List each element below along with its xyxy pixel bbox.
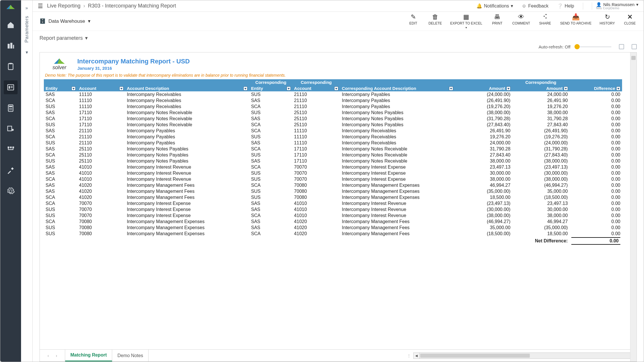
cell-amount: 26,491.90 — [455, 128, 512, 134]
table-row[interactable]: SUS70070Intercompany Interest ExpenseSAS… — [44, 206, 622, 212]
history-button[interactable]: ↻HISTORY — [600, 13, 615, 29]
filter-icon[interactable] — [243, 86, 247, 90]
nav-calc[interactable] — [4, 101, 18, 115]
delete-button[interactable]: 🗑DELETE — [428, 13, 442, 29]
edit-button[interactable]: ✎EDIT — [406, 13, 420, 29]
table-row[interactable]: SCA41020Intercompany Management FeesSUS7… — [44, 194, 622, 200]
nav-reports[interactable] — [4, 80, 18, 94]
table-row[interactable]: SAS25110Intercompany Notes PayablesSCA17… — [44, 146, 622, 152]
chevron-right-icon[interactable]: » — [25, 5, 28, 11]
cell-account: 41010 — [77, 170, 125, 176]
nav-home[interactable] — [4, 18, 18, 32]
cell-corr-account-desc: Intercompany Receivables — [340, 134, 455, 140]
cell-difference: 0.00 — [570, 218, 622, 225]
nav-flow[interactable] — [4, 143, 18, 157]
table-row[interactable]: SCA17110Intercompany Notes ReceivableSAS… — [44, 116, 622, 122]
cell-amount: (38,000.00) — [455, 110, 512, 116]
feedback-button[interactable]: ☺Feedback — [519, 3, 551, 9]
cell-corr-amount: 27,843.40 — [512, 122, 570, 128]
autorefresh-slider[interactable] — [573, 44, 611, 49]
cell-difference: 0.00 — [570, 134, 622, 140]
cell-account: 70080 — [77, 218, 125, 225]
cell-corr-account: 11110 — [292, 134, 340, 140]
col-account[interactable]: Account — [77, 85, 125, 91]
table-row[interactable]: SAS41010Intercompany Interest RevenueSCA… — [44, 164, 622, 170]
table-row[interactable]: SAS21110Intercompany PayablesSCA11110Int… — [44, 128, 622, 134]
table-row[interactable]: SAS41010Intercompany Interest RevenueSUS… — [44, 170, 622, 176]
table-row[interactable]: SUS21110Intercompany PayablesSAS11110Int… — [44, 140, 622, 146]
filter-icon[interactable] — [334, 86, 338, 90]
print-button[interactable]: 🖶PRINT — [490, 13, 504, 29]
col-corr-account-desc[interactable]: Corresponding Account Description — [340, 85, 455, 91]
table-row[interactable]: SCA70080Intercompany Management Expenses… — [44, 218, 622, 225]
col-corr-amount[interactable]: Amount — [512, 85, 570, 91]
table-row[interactable]: SAS11110Intercompany ReceivablesSUS21110… — [44, 91, 622, 97]
col-corr-account[interactable]: Account — [292, 85, 340, 91]
export-excel-button[interactable]: ▦EXPORT TO EXCEL▾ — [450, 13, 482, 29]
tab-matching-report[interactable]: Matching Report — [65, 350, 112, 361]
col-difference[interactable]: Difference — [570, 85, 622, 91]
help-button[interactable]: ❔Help — [555, 3, 577, 9]
nav-tools[interactable] — [4, 163, 18, 177]
cell-account: 11110 — [77, 91, 125, 97]
cell-corr-account: 25110 — [292, 110, 340, 116]
table-row[interactable]: SAS17110Intercompany Notes ReceivableSUS… — [44, 110, 622, 116]
nav-users[interactable] — [4, 122, 18, 136]
col-amount[interactable]: Amount — [455, 85, 512, 91]
cell-amount: (23,497.13) — [455, 200, 512, 206]
table-row[interactable]: SCA21110Intercompany PayablesSUS11110Int… — [44, 134, 622, 140]
col-entity[interactable]: Entity — [44, 85, 77, 91]
nav-settings[interactable] — [4, 184, 18, 198]
tab-demo-notes[interactable]: Demo Notes — [112, 350, 149, 361]
filter-icon[interactable] — [119, 86, 123, 90]
parameters-rail[interactable]: » Parameters ▾ — [21, 0, 33, 362]
table-row[interactable]: SCA41010Intercompany Interest RevenueSUS… — [44, 176, 622, 182]
grid-icon[interactable] — [632, 44, 637, 49]
table-row[interactable]: SUS70080Intercompany Management Expenses… — [44, 231, 622, 237]
cell-amount: (19,276.20) — [455, 103, 512, 110]
filter-icon[interactable] — [287, 86, 291, 90]
filter-icon[interactable] — [564, 86, 568, 90]
horizontal-scrollbar[interactable]: ⋮ ◄ ► — [405, 352, 637, 359]
col-account-desc[interactable]: Account Description — [125, 85, 249, 91]
cell-difference: 0.00 — [570, 97, 622, 103]
table-row[interactable]: SAS41020Intercompany Management FeesSCA7… — [44, 182, 622, 188]
breadcrumb-root[interactable]: Live Reporting — [47, 3, 80, 9]
menu-icon[interactable]: ☰ — [38, 3, 43, 10]
close-button[interactable]: ✕CLOSE — [623, 13, 637, 29]
action-toolbar: 🗄️ Data Warehouse ▾ ✎EDIT 🗑DELETE ▦EXPOR… — [33, 12, 644, 31]
filter-icon[interactable] — [72, 86, 76, 90]
notifications-menu[interactable]: 🔔Notifications▾ — [474, 3, 515, 9]
filter-icon[interactable] — [449, 86, 453, 90]
scroll-left-icon[interactable]: ◄ — [413, 352, 420, 359]
table-row[interactable]: SUS11110Intercompany ReceivablesSCA21110… — [44, 103, 622, 110]
share-button[interactable]: ⠪SHARE — [538, 13, 552, 29]
table-row[interactable]: SAS41020Intercompany Management FeesSUS7… — [44, 188, 622, 194]
table-row[interactable]: SCA70070Intercompany Interest ExpenseSAS… — [44, 200, 622, 206]
cell-account-desc: Intercompany Notes Payables — [125, 146, 249, 152]
table-row[interactable]: SUS17110Intercompany Notes ReceivableSCA… — [44, 122, 622, 128]
table-row[interactable]: SCA25110Intercompany Notes PayablesSUS17… — [44, 152, 622, 158]
filter-icon[interactable] — [616, 86, 620, 90]
table-row[interactable]: SUS70080Intercompany Management Expenses… — [44, 225, 622, 231]
nav-clipboard[interactable] — [4, 60, 18, 73]
table-row[interactable]: SUS25110Intercompany Notes PayablesSAS17… — [44, 158, 622, 164]
datasource-selector[interactable]: 🗄️ Data Warehouse ▾ — [40, 18, 91, 24]
user-menu[interactable]: 👤Nils Rasmussen▾ Nils CorpDemo — [592, 2, 639, 10]
filter-icon[interactable]: ▾ — [26, 50, 28, 55]
nav-data[interactable] — [4, 39, 18, 53]
excel-icon: ▦ — [463, 13, 469, 21]
vertical-scrollbar[interactable] — [630, 52, 637, 361]
report-parameters-toggle[interactable]: Report parameters ▾ — [33, 31, 644, 44]
popout-icon[interactable] — [619, 44, 624, 49]
filter-icon[interactable] — [506, 86, 510, 90]
cell-amount: 38,000.00 — [455, 158, 512, 164]
table-row[interactable]: SCA11110Intercompany ReceivablesSAS21110… — [44, 97, 622, 103]
cell-account-desc: Intercompany Interest Expense — [125, 200, 249, 206]
archive-button[interactable]: 📥SEND TO ARCHIVE — [560, 13, 592, 29]
svg-rect-2 — [8, 44, 10, 48]
col-corr-entity[interactable]: Entity — [249, 85, 292, 91]
sheet-nav[interactable]: ‹› — [40, 350, 65, 361]
comment-button[interactable]: 👁COMMENT — [512, 13, 530, 29]
table-row[interactable]: SUS70070Intercompany Interest ExpenseSCA… — [44, 212, 622, 218]
